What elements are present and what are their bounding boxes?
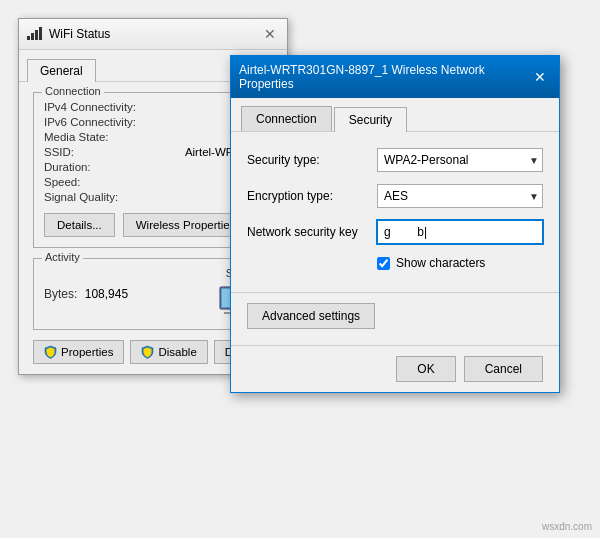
media-label: Media State:	[44, 131, 109, 143]
show-characters-checkbox[interactable]	[377, 257, 390, 270]
svg-rect-0	[27, 36, 30, 40]
wireless-props-close-button[interactable]: ✕	[529, 66, 551, 88]
wifi-status-titlebar: WiFi Status ✕	[19, 19, 287, 50]
svg-rect-3	[39, 27, 42, 40]
bytes-value: 108,945	[85, 287, 128, 301]
security-type-label: Security type:	[247, 153, 377, 167]
network-key-input[interactable]	[377, 220, 543, 244]
titlebar-left: WiFi Status	[27, 26, 110, 43]
wireless-security-content: Security type: WPA2-Personal WPA-Persona…	[231, 132, 559, 292]
cancel-button[interactable]: Cancel	[464, 356, 543, 382]
show-characters-label: Show characters	[396, 256, 485, 270]
security-type-row: Security type: WPA2-Personal WPA-Persona…	[247, 148, 543, 172]
ssid-label: SSID:	[44, 146, 74, 158]
tab-general[interactable]: General	[27, 59, 96, 82]
bytes-row: Bytes: 108,945	[44, 287, 128, 301]
wifi-status-title: WiFi Status	[49, 27, 110, 41]
wifi-close-button[interactable]: ✕	[261, 25, 279, 43]
wireless-props-window: Airtel-WRTR301GN-8897_1 Wireless Network…	[230, 55, 560, 393]
advanced-settings-button[interactable]: Advanced settings	[247, 303, 375, 329]
security-type-select[interactable]: WPA2-Personal WPA-Personal WEP Open	[377, 148, 543, 172]
tab-security[interactable]: Security	[334, 107, 407, 132]
properties-label: Properties	[61, 346, 113, 358]
properties-button[interactable]: Properties	[33, 340, 124, 364]
shield-disable-icon	[141, 345, 154, 359]
disable-label: Disable	[158, 346, 196, 358]
wireless-tab-bar: Connection Security	[231, 98, 559, 132]
tab-connection[interactable]: Connection	[241, 106, 332, 131]
encryption-type-label: Encryption type:	[247, 189, 377, 203]
ipv6-label: IPv6 Connectivity:	[44, 116, 136, 128]
connection-label: Connection	[42, 85, 104, 97]
network-key-control	[377, 220, 543, 244]
security-type-control: WPA2-Personal WPA-Personal WEP Open ▼	[377, 148, 543, 172]
ipv4-label: IPv4 Connectivity:	[44, 101, 136, 113]
show-characters-row: Show characters	[377, 256, 543, 270]
network-key-label: Network security key	[247, 225, 377, 239]
disable-button[interactable]: Disable	[130, 340, 207, 364]
bytes-label: Bytes:	[44, 287, 77, 301]
wireless-title: Airtel-WRTR301GN-8897_1 Wireless Network…	[239, 63, 529, 91]
encryption-type-row: Encryption type: AES TKIP ▼	[247, 184, 543, 208]
shield-icon	[44, 345, 57, 359]
encryption-type-dropdown-wrapper: AES TKIP ▼	[377, 184, 543, 208]
details-button[interactable]: Details...	[44, 213, 115, 237]
security-type-dropdown-wrapper: WPA2-Personal WPA-Personal WEP Open ▼	[377, 148, 543, 172]
activity-label: Activity	[42, 251, 83, 263]
wireless-bottom-section: Advanced settings	[231, 292, 559, 345]
duration-label: Duration:	[44, 161, 91, 173]
watermark: wsxdn.com	[542, 521, 592, 532]
wifi-signal-icon	[27, 26, 43, 43]
svg-rect-2	[35, 30, 38, 40]
speed-label: Speed:	[44, 176, 80, 188]
encryption-type-select[interactable]: AES TKIP	[377, 184, 543, 208]
svg-rect-1	[31, 33, 34, 40]
wireless-titlebar: Airtel-WRTR301GN-8897_1 Wireless Network…	[231, 56, 559, 98]
network-key-row: Network security key	[247, 220, 543, 244]
ok-button[interactable]: OK	[396, 356, 455, 382]
encryption-type-control: AES TKIP ▼	[377, 184, 543, 208]
wireless-footer: OK Cancel	[231, 345, 559, 392]
